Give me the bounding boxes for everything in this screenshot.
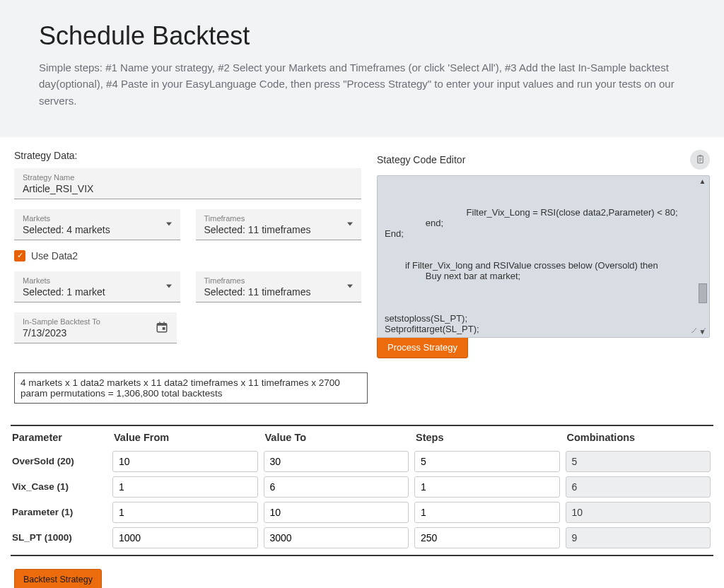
chevron-down-icon bbox=[166, 223, 172, 226]
code-line: Setprofittarget(SL_PT); bbox=[385, 324, 694, 334]
value-to-input[interactable] bbox=[264, 527, 409, 548]
value-to-input[interactable] bbox=[264, 476, 409, 498]
combinations-output bbox=[566, 527, 711, 548]
steps-input[interactable] bbox=[414, 502, 560, 523]
timeframes2-label: Timeframes bbox=[204, 276, 354, 285]
markets2-value: Selected: 1 market bbox=[23, 286, 105, 298]
code-line: if Filter_Vix_long and RSIValue crosses … bbox=[385, 260, 694, 271]
svg-rect-1 bbox=[157, 324, 167, 326]
strategy-data-label: Strategy Data: bbox=[14, 150, 361, 161]
svg-rect-5 bbox=[697, 156, 703, 163]
code-editor-panel: Stategy Code Editor Filter_Vix_Long = RS… bbox=[377, 150, 710, 358]
timeframes2-value: Selected: 11 timeframes bbox=[204, 286, 311, 298]
code-line: end; bbox=[385, 218, 694, 228]
chevron-down-icon bbox=[166, 285, 172, 288]
code-line bbox=[385, 302, 694, 313]
param-name-cell: OverSold (20) bbox=[11, 449, 110, 474]
page-title: Schedule Backtest bbox=[39, 21, 685, 51]
table-header-row: Parameter Value From Value To Steps Comb… bbox=[11, 426, 713, 449]
svg-rect-3 bbox=[163, 322, 165, 324]
clipboard-icon bbox=[695, 154, 706, 165]
svg-rect-6 bbox=[699, 155, 701, 158]
markets1-label: Markets bbox=[23, 214, 172, 223]
combinations-output bbox=[566, 451, 711, 472]
table-row: Parameter (1) bbox=[11, 500, 713, 525]
header-block: Schedule Backtest Simple steps: #1 Name … bbox=[0, 0, 724, 137]
combinations-output bbox=[566, 502, 711, 523]
strategy-data-panel: Strategy Data: Strategy Name Article_RSI… bbox=[14, 150, 361, 358]
value-from-input[interactable] bbox=[112, 527, 258, 548]
strategy-name-value: Article_RSI_VIX bbox=[23, 183, 93, 194]
scrollbar[interactable]: ▲ ▼ bbox=[697, 177, 708, 336]
th-parameter: Parameter bbox=[11, 426, 110, 449]
parameter-table: Parameter Value From Value To Steps Comb… bbox=[11, 425, 713, 556]
scroll-up-icon[interactable]: ▲ bbox=[699, 177, 706, 185]
use-data2-checkbox[interactable]: ✓ bbox=[14, 250, 25, 261]
timeframes1-label: Timeframes bbox=[204, 214, 354, 223]
markets1-select[interactable]: Markets Selected: 4 markets bbox=[14, 209, 180, 240]
scroll-thumb[interactable] bbox=[699, 283, 707, 303]
markets1-value: Selected: 4 markets bbox=[23, 224, 110, 235]
value-to-input[interactable] bbox=[264, 451, 409, 472]
timeframes2-select[interactable]: Timeframes Selected: 11 timeframes bbox=[196, 271, 362, 302]
page-subtitle: Simple steps: #1 Name your strategy, #2 … bbox=[39, 59, 675, 109]
steps-input[interactable] bbox=[414, 476, 560, 498]
code-line bbox=[385, 292, 694, 302]
code-line: Filter_Vix_Long = RSI(close data2,Parame… bbox=[385, 207, 694, 218]
param-name-cell: Vix_Case (1) bbox=[11, 474, 110, 500]
th-combinations: Combinations bbox=[563, 426, 714, 449]
code-line: End; bbox=[385, 228, 694, 239]
th-steps: Steps bbox=[411, 426, 563, 449]
code-line bbox=[385, 281, 694, 292]
svg-rect-2 bbox=[159, 322, 160, 324]
th-value-from: Value From bbox=[110, 426, 261, 449]
backtest-strategy-button[interactable]: Backtest Strategy bbox=[14, 569, 102, 588]
table-row: Vix_Case (1) bbox=[11, 474, 713, 500]
value-from-input[interactable] bbox=[112, 502, 258, 523]
insample-date-value: 7/13/2023 bbox=[23, 327, 66, 339]
strategy-name-label: Strategy Name bbox=[23, 173, 353, 182]
insample-date-label: In-Sample Backtest To bbox=[23, 317, 168, 326]
code-line: Buy next bar at market; bbox=[385, 271, 694, 281]
process-strategy-button[interactable]: Process Strategy bbox=[377, 336, 468, 358]
code-editor-label: Stategy Code Editor bbox=[377, 154, 465, 165]
param-name-cell: Parameter (1) bbox=[11, 500, 110, 525]
value-from-input[interactable] bbox=[112, 476, 258, 498]
markets2-select[interactable]: Markets Selected: 1 market bbox=[14, 271, 180, 302]
code-line bbox=[385, 239, 694, 249]
th-value-to: Value To bbox=[261, 426, 412, 449]
use-data2-label: Use Data2 bbox=[31, 250, 78, 261]
param-name-cell: SL_PT (1000) bbox=[11, 525, 110, 551]
chevron-down-icon bbox=[347, 285, 353, 288]
table-row: SL_PT (1000) bbox=[11, 525, 713, 551]
svg-rect-4 bbox=[163, 327, 165, 330]
strategy-name-field[interactable]: Strategy Name Article_RSI_VIX bbox=[14, 168, 361, 199]
calendar-icon bbox=[156, 321, 168, 334]
code-line: setstoploss(SL_PT); bbox=[385, 313, 694, 324]
timeframes1-value: Selected: 11 timeframes bbox=[204, 224, 311, 235]
steps-input[interactable] bbox=[414, 527, 560, 548]
resize-handle-icon[interactable]: ⟋⟋ bbox=[689, 325, 708, 336]
combinations-output bbox=[566, 476, 711, 498]
paste-button[interactable] bbox=[690, 150, 710, 170]
table-row: OverSold (20) bbox=[11, 449, 713, 474]
code-editor-textarea[interactable]: Filter_Vix_Long = RSI(close data2,Parame… bbox=[377, 175, 710, 338]
steps-input[interactable] bbox=[414, 451, 560, 472]
value-from-input[interactable] bbox=[112, 451, 258, 472]
insample-date-field[interactable]: In-Sample Backtest To 7/13/2023 bbox=[14, 312, 177, 343]
timeframes1-select[interactable]: Timeframes Selected: 11 timeframes bbox=[196, 209, 362, 240]
value-to-input[interactable] bbox=[264, 502, 409, 523]
chevron-down-icon bbox=[347, 223, 353, 226]
summary-box: 4 markets x 1 data2 markets x 11 data2 t… bbox=[14, 372, 368, 404]
markets2-label: Markets bbox=[23, 276, 172, 285]
code-line bbox=[385, 249, 694, 260]
